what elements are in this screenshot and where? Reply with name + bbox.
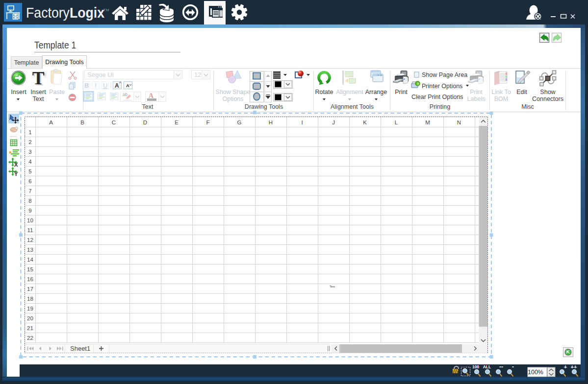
- svg-text:Sheet1: Sheet1: [70, 345, 90, 352]
- svg-text:M: M: [425, 120, 430, 125]
- svg-text:E: E: [175, 120, 179, 125]
- svg-text:G: G: [237, 120, 242, 125]
- svg-text:9: 9: [28, 208, 31, 214]
- svg-text:L: L: [395, 120, 398, 125]
- svg-text:18: 18: [27, 296, 33, 302]
- svg-text:12: 12: [27, 237, 33, 243]
- svg-text:17: 17: [27, 286, 33, 292]
- svg-text:-: -: [512, 364, 514, 370]
- svg-text:A: A: [49, 120, 53, 125]
- svg-text:10: 10: [27, 217, 33, 223]
- svg-text:15: 15: [27, 266, 33, 272]
- svg-text:N: N: [457, 120, 461, 125]
- svg-text:21: 21: [27, 325, 33, 331]
- svg-text:14: 14: [27, 257, 33, 263]
- svg-text:8: 8: [28, 198, 31, 204]
- svg-text:+: +: [564, 364, 567, 370]
- svg-text:C: C: [112, 120, 116, 125]
- svg-text:19: 19: [27, 306, 33, 312]
- svg-text:H: H: [269, 120, 273, 125]
- svg-text:1: 1: [28, 129, 31, 135]
- svg-text:16: 16: [27, 276, 33, 282]
- svg-text:ALL: ALL: [483, 364, 491, 369]
- svg-text:J: J: [332, 120, 335, 125]
- svg-text:Y: Y: [14, 171, 18, 177]
- svg-text:7: 7: [28, 188, 31, 194]
- svg-text:6: 6: [28, 178, 31, 184]
- svg-text:22: 22: [27, 335, 33, 341]
- svg-text:X: X: [14, 162, 18, 168]
- svg-text:D: D: [143, 120, 147, 125]
- svg-text:100: 100: [472, 364, 479, 369]
- svg-text:++: ++: [571, 364, 577, 370]
- svg-text:2: 2: [28, 139, 31, 145]
- svg-text:K: K: [363, 120, 367, 125]
- svg-text:--: --: [499, 364, 503, 370]
- svg-text:13: 13: [27, 247, 33, 253]
- svg-text:4: 4: [28, 159, 32, 165]
- svg-text:B: B: [80, 120, 84, 125]
- svg-text:3: 3: [28, 149, 31, 155]
- svg-text:Text: Text: [330, 285, 335, 288]
- svg-text:11: 11: [27, 227, 33, 233]
- svg-text:5: 5: [28, 168, 31, 174]
- svg-text:I: I: [301, 120, 303, 125]
- svg-text:20: 20: [27, 315, 33, 321]
- svg-text:F: F: [206, 120, 209, 125]
- svg-text:100%: 100%: [528, 369, 543, 376]
